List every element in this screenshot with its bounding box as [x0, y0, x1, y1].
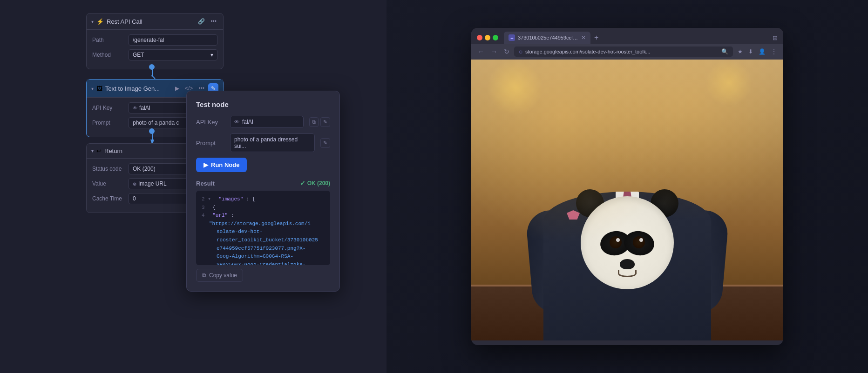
- code-line-4: 4 "url" :: [202, 212, 325, 220]
- collapse-arrow-icon-2[interactable]: ▾: [91, 86, 94, 91]
- text-image-play-btn[interactable]: ▶: [173, 84, 181, 93]
- code-line-3: 3 {: [202, 204, 325, 212]
- path-value[interactable]: /generate-fal: [129, 34, 217, 46]
- run-icon: ▶: [203, 161, 208, 168]
- address-text: storage.googleapis.com/isolate-dev-hot-r…: [525, 49, 719, 54]
- run-node-button[interactable]: ▶ Run Node: [196, 158, 247, 172]
- eye-shine-right: [639, 238, 643, 242]
- panda-image: [471, 60, 783, 340]
- test-api-key-label: API Key: [196, 119, 226, 126]
- eye-icon: 👁: [234, 119, 239, 125]
- text-image-title: Text to Image Gen...: [105, 85, 170, 92]
- path-row: Path /generate-fal: [92, 34, 217, 46]
- api-key-label: API Key: [92, 105, 125, 111]
- tab-extensions: ⊞: [773, 34, 778, 41]
- panda-eye-right: [633, 236, 645, 248]
- rest-api-more-btn[interactable]: •••: [209, 17, 218, 26]
- panda-nose: [620, 259, 635, 269]
- method-row: Method GET ▾: [92, 49, 217, 60]
- panda-head: [571, 187, 683, 299]
- test-api-edit-btn[interactable]: ✎: [320, 117, 330, 127]
- rest-api-body: Path /generate-fal Method GET ▾: [87, 30, 223, 69]
- maximize-traffic-light[interactable]: [493, 35, 498, 40]
- refresh-button[interactable]: ↻: [502, 47, 511, 56]
- eye-shine-left: [616, 238, 620, 242]
- panda-eye-left: [610, 236, 622, 248]
- tab-favicon: ☁: [509, 34, 515, 41]
- test-prompt-label: Prompt: [196, 140, 226, 147]
- test-node-title: Test node: [196, 100, 330, 108]
- prompt-label: Prompt: [92, 120, 125, 126]
- browser-tabs-bar: ☁ 373010b025e744959ccf577... ✕ + ⊞: [471, 28, 783, 44]
- browser-action-buttons: ★ ⬇ 👤 ⋮: [736, 47, 779, 56]
- address-bar[interactable]: ⊙ storage.googleapis.com/isolate-dev-hot…: [514, 47, 733, 57]
- browser-chrome: ☁ 373010b025e744959ccf577... ✕ + ⊞ ← → ↻…: [471, 28, 783, 60]
- back-button[interactable]: ←: [476, 47, 486, 56]
- close-traffic-light[interactable]: [477, 35, 482, 40]
- rest-api-node: ▾ ⚡ Rest API Call 🔗 ••• Path /generate-f…: [86, 13, 224, 69]
- browser-window: ☁ 373010b025e744959ccf577... ✕ + ⊞ ← → ↻…: [471, 28, 783, 345]
- test-node-popup: Test node API Key 👁 falAI ⧉ ✎ Prompt pho…: [186, 91, 340, 292]
- text-image-icon: 🖼: [96, 85, 102, 92]
- search-icon: 🔍: [721, 48, 728, 55]
- more-menu-button[interactable]: ⋮: [769, 47, 779, 56]
- cache-label: Cache Time: [92, 195, 125, 202]
- rest-api-actions: 🔗 •••: [196, 17, 218, 26]
- new-tab-button[interactable]: +: [592, 32, 600, 44]
- code-url-lines: "https://storage.googleapis.com/i solate…: [202, 220, 325, 265]
- site-info-icon: ⊙: [519, 49, 522, 54]
- code-line-2: 2 ▾ "images" : [: [202, 195, 325, 204]
- connector-dot-1: [149, 64, 155, 70]
- check-icon: ✓: [300, 180, 305, 187]
- browser-content: [471, 60, 783, 340]
- test-prompt-actions: ✎: [320, 138, 330, 148]
- connector-dot-2: [149, 128, 155, 134]
- panda-body: [539, 164, 716, 340]
- method-label: Method: [92, 52, 125, 58]
- result-code-block: 2 ▾ "images" : [ 3 { 4 "url" : "https://…: [196, 191, 330, 265]
- panda-mouth: [618, 270, 637, 277]
- bookmark-button[interactable]: ★: [736, 47, 745, 56]
- collapse-arrow-icon[interactable]: ▾: [91, 19, 94, 24]
- panda-face: [581, 196, 674, 289]
- rest-api-link-btn[interactable]: 🔗: [196, 17, 207, 26]
- method-select[interactable]: GET ▾: [129, 49, 217, 60]
- test-prompt-row: Prompt photo of a panda dressed sui... ✎: [196, 133, 330, 152]
- status-label: Status code: [92, 166, 125, 172]
- browser-address-bar: ← → ↻ ⊙ storage.googleapis.com/isolate-d…: [471, 44, 783, 60]
- path-label: Path: [92, 37, 125, 43]
- result-label: Result: [196, 180, 215, 187]
- result-section: Result ✓ OK (200) 2 ▾ "images" : [ 3 { 4: [196, 180, 330, 282]
- return-icon: ↩: [96, 147, 102, 154]
- result-header: Result ✓ OK (200): [196, 180, 330, 187]
- collapse-arrow-icon-3[interactable]: ▾: [91, 148, 94, 153]
- test-api-copy-btn[interactable]: ⧉: [309, 117, 319, 127]
- profile-button[interactable]: 👤: [757, 47, 767, 56]
- test-api-key-value: 👁 falAI: [230, 116, 304, 128]
- download-button[interactable]: ⬇: [746, 47, 755, 56]
- test-api-key-actions: ⧉ ✎: [309, 117, 330, 127]
- workflow-editor: ▾ ⚡ Rest API Call 🔗 ••• Path /generate-f…: [0, 0, 387, 373]
- result-status: ✓ OK (200): [300, 180, 330, 187]
- rest-api-icon: ⚡: [96, 18, 104, 25]
- method-chevron-icon: ▾: [210, 52, 213, 58]
- tab-close-icon[interactable]: ✕: [581, 34, 586, 41]
- extensions-btn[interactable]: ⊞: [773, 34, 778, 41]
- traffic-lights: [477, 35, 498, 40]
- test-prompt-edit-btn[interactable]: ✎: [320, 138, 330, 148]
- tab-title: 373010b025e744959ccf577...: [518, 35, 578, 40]
- test-prompt-value: photo of a panda dressed sui...: [230, 133, 315, 152]
- copy-value-button[interactable]: ⧉ Copy value: [196, 269, 243, 282]
- copy-icon: ⧉: [202, 272, 206, 279]
- forward-button[interactable]: →: [489, 47, 499, 56]
- value-label: Value: [92, 180, 125, 187]
- rest-api-header: ▾ ⚡ Rest API Call 🔗 •••: [87, 13, 223, 30]
- test-api-key-row: API Key 👁 falAI ⧉ ✎: [196, 116, 330, 128]
- active-browser-tab[interactable]: ☁ 373010b025e744959ccf577... ✕: [504, 32, 590, 44]
- browser-panel: ☁ 373010b025e744959ccf577... ✕ + ⊞ ← → ↻…: [387, 0, 868, 373]
- rest-api-title: Rest API Call: [107, 18, 193, 25]
- minimize-traffic-light[interactable]: [485, 35, 490, 40]
